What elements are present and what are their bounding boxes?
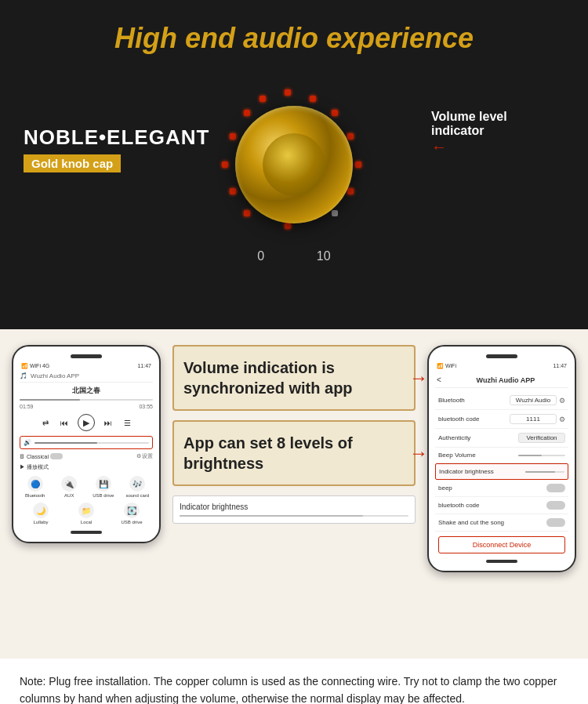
eq-name: Classical — [27, 454, 49, 459]
scale-max: 10 — [317, 249, 331, 263]
back-button[interactable]: < — [437, 376, 441, 384]
time-end: 03:55 — [139, 404, 153, 409]
usb-source[interactable]: 💾 USB drive — [88, 476, 119, 498]
volume-label-text: Volume level indicator — [431, 110, 507, 137]
settings-header: < Wuzhi Audio APP — [435, 372, 568, 388]
led-dot — [332, 110, 338, 116]
time-display-right: 11:47 — [553, 363, 567, 369]
knob-inner — [263, 133, 325, 196]
aux-source[interactable]: 🔌 AUX — [54, 476, 85, 498]
equalizer-row: 🎚 Classical ⚙ 设置 — [20, 452, 153, 460]
soundcard-source[interactable]: 🎶 sound card — [122, 476, 154, 498]
settings-icon: ⚙ — [136, 453, 141, 459]
right-phone: 📶 WiFi 11:47 < Wuzhi Audio APP Bluetooth… — [427, 345, 576, 572]
callout-section: Volume indication is synchronized with a… — [169, 345, 419, 524]
knob-label-left: NOBLE•ELEGANT Gold knob cap — [24, 125, 209, 172]
gold-badge: Gold knob cap — [24, 154, 121, 172]
led-dot — [222, 161, 228, 168]
led-dot — [260, 96, 266, 102]
knob-section: NOBLE•ELEGANT Gold knob cap Volume level… — [0, 63, 588, 329]
led-dot — [230, 133, 236, 140]
led-dot — [244, 110, 250, 116]
usb-drive-item[interactable]: 💽 USB drive — [111, 503, 153, 524]
led-dot — [285, 223, 291, 229]
note-text: Note: Plug free installation. The copper… — [20, 673, 568, 704]
verification-button[interactable]: Verification — [518, 433, 565, 443]
led-dot — [285, 89, 291, 96]
source-icons-grid: 🔵 Bluetooth 🔌 AUX 💾 USB drive 🎶 sound ca… — [20, 476, 153, 498]
bluetooth-row-label: Bluetooth — [438, 397, 465, 404]
page-wrapper: High end audio experience NOBLE•ELEGANT … — [0, 0, 588, 704]
bottom-icons-grid: 🌙 Lullaby 📁 Local 💽 USB drive — [20, 503, 153, 524]
settings-link[interactable]: ⚙ 设置 — [136, 452, 153, 460]
usb-drive-label: USB drive — [121, 520, 142, 524]
led-dot — [230, 188, 236, 194]
phones-section: 📶 WiFi 4G 11:47 🎵 Wuzhi Audio APP 北国之春 0… — [0, 329, 588, 659]
page-title: High end audio experience — [16, 22, 572, 55]
lullaby-icon: 🌙 — [33, 503, 49, 518]
list-button[interactable]: ☰ — [122, 417, 132, 428]
settings-row-bluetooth: Bluetooth Wuzhi Audio ⚙ — [435, 391, 568, 410]
local-item[interactable]: 📁 Local — [65, 503, 107, 524]
progress-fill — [20, 399, 80, 401]
settings-row-bt-code: bluetooth code — [435, 497, 568, 514]
mode-icon: ▶ — [20, 464, 25, 470]
volume-arrow-icon: ← — [431, 138, 557, 156]
settings-row-indicator: Indicator brightness — [435, 463, 568, 480]
led-dot — [347, 133, 354, 140]
led-dot — [355, 161, 361, 168]
shake-toggle-label: Shake and cut the song — [438, 519, 504, 526]
bluetooth-source[interactable]: 🔵 Bluetooth — [20, 476, 51, 498]
repeat-button[interactable]: ⇄ — [40, 417, 51, 428]
code-row-label: bluetooth code — [438, 416, 480, 423]
callout-text-2: App can set 8 levels of brightness — [183, 434, 353, 472]
lullaby-item[interactable]: 🌙 Lullaby — [20, 503, 62, 524]
local-label: Local — [81, 520, 92, 524]
play-button[interactable]: ▶ — [78, 414, 95, 431]
time-display: 11:47 — [137, 363, 151, 369]
shake-toggle[interactable] — [546, 518, 565, 527]
knob-container: 0 10 — [208, 86, 380, 306]
gear-icon-bluetooth[interactable]: ⚙ — [559, 397, 565, 405]
led-dot — [244, 210, 250, 216]
home-indicator — [71, 531, 102, 534]
beep-vol-label: Beep Volume — [438, 452, 476, 459]
callout-box-2: App can set 8 levels of brightness → — [172, 420, 416, 486]
beep-vol-slider[interactable] — [518, 455, 565, 456]
callout-text-1: Volume indication is synchronized with a… — [183, 359, 353, 397]
gear-icon-code[interactable]: ⚙ — [559, 416, 565, 423]
settings-row-shake: Shake and cut the song — [435, 514, 568, 532]
disconnect-button[interactable]: Disconnect Device — [438, 536, 565, 553]
time-row: 01:59 03:55 — [20, 404, 153, 409]
bt-code-toggle-label: bluetooth code — [438, 502, 480, 509]
eq-toggle[interactable] — [50, 453, 63, 459]
led-wrapper — [216, 86, 372, 243]
prev-button[interactable]: ⏮ — [59, 417, 70, 428]
callout-box-1: Volume indication is synchronized with a… — [172, 345, 416, 411]
aux-label: AUX — [64, 493, 74, 498]
bluetooth-icon: 🔵 — [27, 476, 43, 492]
time-start: 01:59 — [20, 404, 34, 409]
scale-min: 0 — [257, 249, 264, 263]
settings-row-beep: beep — [435, 480, 568, 497]
settings-row-beep-vol: Beep Volume — [435, 448, 568, 463]
next-button[interactable]: ⏭ — [103, 417, 114, 428]
bt-code-toggle[interactable] — [546, 501, 565, 510]
home-indicator-right — [486, 560, 517, 563]
arrow-right-icon-1: → — [409, 365, 428, 390]
usb-icon: 💾 — [96, 476, 111, 492]
bluetooth-label: Bluetooth — [25, 493, 45, 498]
song-title: 北国之春 — [20, 386, 153, 396]
settings-text: 设置 — [142, 452, 153, 460]
eq-icon: 🎚 — [20, 454, 25, 459]
volume-label: Volume level indicator ← — [431, 110, 557, 156]
volume-row: 🔊 — [20, 436, 153, 449]
lullaby-label: Lullaby — [33, 520, 48, 524]
local-icon: 📁 — [78, 503, 94, 518]
knob-circle — [235, 106, 353, 223]
app-name-left: Wuzhi Audio APP — [31, 372, 79, 379]
indicator-row-label: Indicator brightness — [439, 468, 494, 475]
beep-toggle[interactable] — [546, 484, 565, 492]
indicator-slider[interactable] — [525, 471, 564, 473]
settings-row-code: bluetooth code 1111 ⚙ — [435, 410, 568, 429]
